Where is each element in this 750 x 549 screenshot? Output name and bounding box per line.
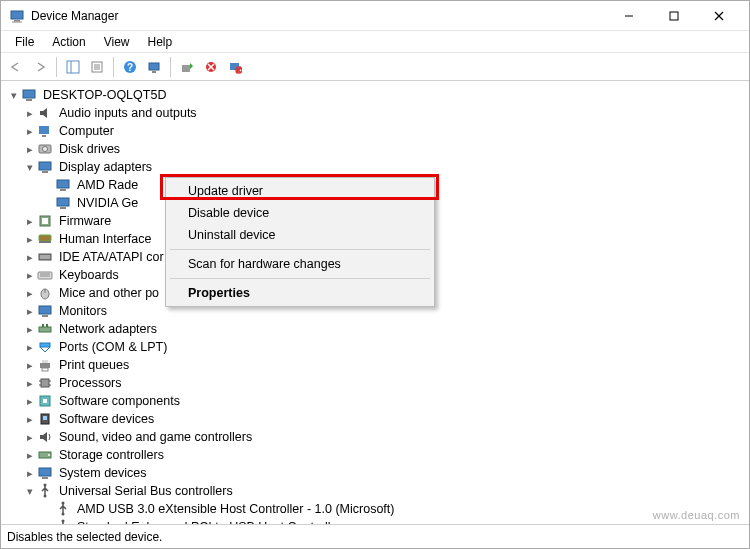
chevron-right-icon[interactable]: ▸ xyxy=(23,376,37,390)
chevron-right-icon[interactable]: ▸ xyxy=(23,214,37,228)
svg-rect-2 xyxy=(12,21,22,22)
tree-category-sysdev[interactable]: ▸System devices xyxy=(7,464,747,482)
svg-text:?: ? xyxy=(127,62,133,73)
tree-category-usb[interactable]: ▾Universal Serial Bus controllers xyxy=(7,482,747,500)
svg-rect-36 xyxy=(42,218,48,224)
tree-category-processors[interactable]: ▸Processors xyxy=(7,374,747,392)
svg-rect-64 xyxy=(43,416,47,420)
pc-icon xyxy=(37,123,53,139)
chevron-right-icon[interactable]: ▸ xyxy=(23,142,37,156)
software-component-icon xyxy=(37,393,53,409)
ctx-scan-hardware[interactable]: Scan for hardware changes xyxy=(168,253,432,275)
chevron-right-icon[interactable]: ▸ xyxy=(23,322,37,336)
tree-device-usb-amd[interactable]: ▸AMD USB 3.0 eXtensible Host Controller … xyxy=(7,500,747,518)
tree-root[interactable]: ▾ DESKTOP-OQLQT5D xyxy=(7,86,747,104)
svg-rect-31 xyxy=(57,180,69,188)
chevron-down-icon[interactable]: ▾ xyxy=(23,160,37,174)
chevron-right-icon[interactable]: ▸ xyxy=(23,430,37,444)
app-icon xyxy=(9,8,25,24)
update-driver-button[interactable] xyxy=(176,56,198,78)
menu-view[interactable]: View xyxy=(96,33,138,51)
svg-rect-53 xyxy=(40,363,50,368)
tree-category-disk[interactable]: ▸Disk drives xyxy=(7,140,747,158)
svg-point-28 xyxy=(43,147,48,152)
node-label: Sound, video and game controllers xyxy=(57,428,254,446)
chevron-right-icon[interactable]: ▸ xyxy=(23,394,37,408)
toolbar: ? xyxy=(1,53,749,81)
chevron-right-icon[interactable]: ▸ xyxy=(23,448,37,462)
chevron-right-icon[interactable]: ▸ xyxy=(23,106,37,120)
svg-rect-7 xyxy=(67,61,79,73)
tree-category-computer[interactable]: ▸Computer xyxy=(7,122,747,140)
ctx-disable-device[interactable]: Disable device xyxy=(168,202,432,224)
ctx-properties[interactable]: Properties xyxy=(168,282,432,304)
close-button[interactable] xyxy=(696,2,741,30)
sound-icon xyxy=(37,429,53,445)
svg-rect-16 xyxy=(152,71,156,73)
svg-rect-30 xyxy=(42,171,48,173)
toolbar-separator xyxy=(170,57,171,77)
tree-category-softcomp[interactable]: ▸Software components xyxy=(7,392,747,410)
node-label: System devices xyxy=(57,464,149,482)
watermark: www.deuaq.com xyxy=(653,509,740,521)
node-label: Storage controllers xyxy=(57,446,166,464)
maximize-button[interactable] xyxy=(651,2,696,30)
svg-rect-52 xyxy=(40,343,50,347)
node-label: Monitors xyxy=(57,302,109,320)
chevron-right-icon[interactable]: ▸ xyxy=(23,358,37,372)
tree-category-ports[interactable]: ▸Ports (COM & LPT) xyxy=(7,338,747,356)
tree-category-softdev[interactable]: ▸Software devices xyxy=(7,410,747,428)
node-label: Network adapters xyxy=(57,320,159,338)
node-label: Processors xyxy=(57,374,124,392)
chevron-down-icon[interactable]: ▾ xyxy=(23,484,37,498)
svg-rect-37 xyxy=(39,235,51,241)
chevron-right-icon[interactable]: ▸ xyxy=(23,304,37,318)
minimize-button[interactable] xyxy=(606,2,651,30)
tree-category-audio[interactable]: ▸Audio inputs and outputs xyxy=(7,104,747,122)
toolbar-separator xyxy=(113,57,114,77)
node-label: Audio inputs and outputs xyxy=(57,104,199,122)
tree-category-printq[interactable]: ▸Print queues xyxy=(7,356,747,374)
tree-category-sound[interactable]: ▸Sound, video and game controllers xyxy=(7,428,747,446)
tree-category-storage[interactable]: ▸Storage controllers xyxy=(7,446,747,464)
svg-rect-25 xyxy=(39,126,49,134)
toolbar-separator xyxy=(56,57,57,77)
node-label: IDE ATA/ATAPI cor xyxy=(57,248,166,266)
svg-rect-56 xyxy=(41,379,49,387)
node-label: Keyboards xyxy=(57,266,121,284)
chevron-right-icon[interactable]: ▸ xyxy=(23,124,37,138)
node-label: Human Interface xyxy=(57,230,153,248)
forward-button[interactable] xyxy=(29,56,51,78)
svg-rect-55 xyxy=(42,368,48,371)
chevron-right-icon[interactable]: ▸ xyxy=(23,268,37,282)
tree-category-display[interactable]: ▾Display adapters xyxy=(7,158,747,176)
svg-rect-23 xyxy=(23,90,35,98)
show-hide-tree-button[interactable] xyxy=(62,56,84,78)
display-adapter-icon xyxy=(55,195,71,211)
chevron-right-icon[interactable]: ▸ xyxy=(23,250,37,264)
hid-icon xyxy=(37,231,53,247)
ctx-update-driver[interactable]: Update driver xyxy=(168,180,432,202)
chevron-right-icon[interactable]: ▸ xyxy=(23,286,37,300)
help-button[interactable]: ? xyxy=(119,56,141,78)
menu-action[interactable]: Action xyxy=(44,33,93,51)
svg-point-66 xyxy=(48,454,50,456)
monitor-icon xyxy=(37,303,53,319)
properties-button[interactable] xyxy=(86,56,108,78)
back-button[interactable] xyxy=(5,56,27,78)
svg-rect-34 xyxy=(60,207,66,209)
menu-file[interactable]: File xyxy=(7,33,42,51)
node-label: Disk drives xyxy=(57,140,122,158)
tree-category-network[interactable]: ▸Network adapters xyxy=(7,320,747,338)
chevron-right-icon[interactable]: ▸ xyxy=(23,412,37,426)
chevron-right-icon[interactable]: ▸ xyxy=(23,340,37,354)
disable-device-button[interactable] xyxy=(224,56,246,78)
uninstall-device-button[interactable] xyxy=(200,56,222,78)
menu-help[interactable]: Help xyxy=(140,33,181,51)
svg-rect-67 xyxy=(39,468,51,476)
scan-hardware-button[interactable] xyxy=(143,56,165,78)
chevron-down-icon[interactable]: ▾ xyxy=(7,88,21,102)
chevron-right-icon[interactable]: ▸ xyxy=(23,466,37,480)
chevron-right-icon[interactable]: ▸ xyxy=(23,232,37,246)
ctx-uninstall-device[interactable]: Uninstall device xyxy=(168,224,432,246)
